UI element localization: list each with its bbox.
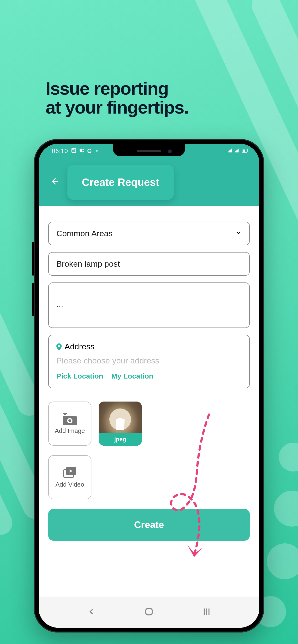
- pick-location-button[interactable]: Pick Location: [56, 372, 103, 380]
- address-box: Address Please choose your address Pick …: [48, 335, 250, 388]
- svg-rect-19: [146, 608, 152, 615]
- add-video-button[interactable]: Add Video: [48, 455, 91, 499]
- google-icon: G: [87, 148, 92, 154]
- svg-rect-4: [228, 151, 229, 152]
- category-value: Common Areas: [56, 229, 235, 238]
- add-image-label: Add Image: [55, 427, 85, 434]
- marketing-line2: at your fingertips.: [46, 98, 188, 117]
- address-label: Address: [65, 342, 95, 351]
- nav-back-icon[interactable]: [87, 607, 96, 618]
- header-title-chip: Create Request: [67, 165, 174, 200]
- address-placeholder[interactable]: Please choose your address: [56, 356, 242, 365]
- category-select[interactable]: Common Areas: [48, 222, 250, 245]
- location-pin-icon: [56, 343, 62, 350]
- teams-icon: [79, 148, 84, 154]
- marketing-headline: Issue reporting at your fingertips.: [46, 79, 188, 117]
- title-input[interactable]: Broken lamp post: [48, 252, 250, 276]
- svg-rect-9: [236, 150, 237, 152]
- phone-notch: [113, 144, 185, 156]
- chevron-down-icon: [235, 230, 242, 238]
- phone-frame: 06:10 G: [34, 139, 264, 632]
- svg-rect-7: [231, 148, 232, 152]
- trash-icon[interactable]: [114, 417, 126, 430]
- svg-point-1: [72, 149, 73, 150]
- phone-screen: 06:10 G: [39, 144, 259, 628]
- app-header: Create Request: [39, 158, 259, 206]
- signal2-icon: [235, 148, 240, 154]
- status-time: 06:10: [52, 148, 68, 154]
- svg-rect-10: [237, 150, 238, 152]
- android-nav-bar: [39, 596, 259, 628]
- svg-rect-14: [248, 150, 248, 152]
- add-image-button[interactable]: Add Image: [48, 402, 91, 446]
- marketing-line1: Issue reporting: [46, 79, 188, 98]
- nav-home-icon[interactable]: [144, 607, 154, 618]
- nav-recent-icon[interactable]: [202, 607, 211, 618]
- svg-rect-6: [230, 150, 231, 152]
- thumbnail-label: jpeg: [99, 433, 142, 446]
- create-button-label: Create: [134, 520, 164, 530]
- gallery-icon: [71, 148, 76, 154]
- video-icon: [63, 466, 77, 479]
- svg-rect-11: [238, 148, 239, 152]
- signal-icon: [227, 148, 233, 154]
- image-media-row: Add Image jpeg: [48, 402, 250, 446]
- video-media-row: Add Video: [48, 455, 250, 499]
- svg-rect-13: [243, 150, 245, 152]
- back-arrow-icon[interactable]: [51, 177, 60, 188]
- svg-rect-5: [229, 150, 230, 152]
- title-value: Broken lamp post: [56, 259, 242, 268]
- more-dot-icon: [96, 150, 98, 152]
- page-title: Create Request: [82, 176, 159, 188]
- my-location-button[interactable]: My Location: [111, 372, 153, 380]
- svg-point-3: [82, 149, 84, 150]
- battery-icon: [242, 148, 249, 154]
- camera-plus-icon: [63, 413, 77, 425]
- svg-rect-8: [235, 151, 236, 152]
- image-thumbnail[interactable]: jpeg: [99, 402, 142, 446]
- description-input[interactable]: ...: [48, 282, 250, 328]
- create-button[interactable]: Create: [48, 509, 250, 541]
- description-value: ...: [56, 300, 242, 309]
- add-video-label: Add Video: [55, 481, 84, 488]
- form-content: Common Areas Broken lamp post ... Addr: [39, 206, 259, 548]
- svg-rect-16: [63, 413, 66, 414]
- svg-rect-2: [79, 149, 82, 152]
